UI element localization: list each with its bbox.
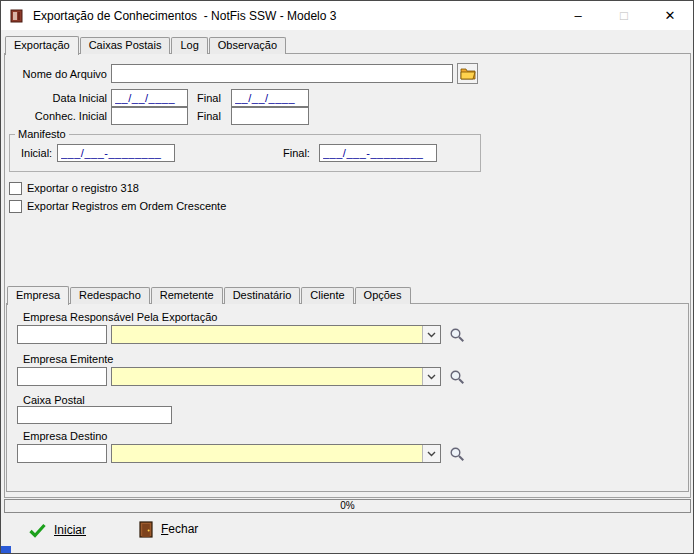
app-icon xyxy=(9,8,25,24)
tab-destinatario[interactable]: Destinatário xyxy=(224,287,301,304)
checkbox-exportar-318-label: Exportar o registro 318 xyxy=(27,182,139,194)
search-icon xyxy=(449,369,465,385)
window-controls: – □ ✕ xyxy=(555,1,693,30)
data-final-label: Final xyxy=(197,92,221,104)
chevron-down-icon[interactable] xyxy=(422,445,440,462)
conhec-inicial-label: Conhec. Inicial xyxy=(17,110,107,122)
sub-tabs: Empresa Redespacho Remetente Destinatári… xyxy=(7,286,412,304)
manifesto-inicial-label: Inicial: xyxy=(21,147,52,159)
search-icon xyxy=(449,446,465,462)
caixa-postal-input[interactable] xyxy=(17,406,172,424)
fechar-button[interactable]: Fechar xyxy=(139,518,198,540)
manifesto-final-input[interactable] xyxy=(319,144,437,162)
iniciar-button-label: Iniciar xyxy=(54,523,86,537)
manifesto-group-label: Manifesto xyxy=(15,128,69,140)
maximize-button: □ xyxy=(601,1,647,30)
conhec-final-label: Final xyxy=(197,110,221,122)
tab-caixas-postais[interactable]: Caixas Postais xyxy=(80,37,171,54)
nome-arquivo-input[interactable] xyxy=(111,64,453,83)
data-final-input[interactable] xyxy=(231,89,309,107)
empresa-responsavel-label: Empresa Responsável Pela Exportação xyxy=(23,311,217,323)
main-tabs: Exportação Caixas Postais Log Observação xyxy=(5,36,287,54)
search-icon xyxy=(449,327,465,343)
empresa-destino-label: Empresa Destino xyxy=(23,430,107,442)
fechar-button-label: Fechar xyxy=(161,522,198,536)
app-window: Exportação de Conhecimentos - NotFis SSW… xyxy=(0,0,694,554)
exit-door-icon xyxy=(139,521,153,538)
browse-file-button[interactable] xyxy=(457,63,478,84)
folder-open-icon xyxy=(460,67,476,80)
data-inicial-label: Data Inicial xyxy=(17,92,107,104)
window-title: Exportação de Conhecimentos - NotFis SSW… xyxy=(33,9,336,23)
empresa-destino-search-button[interactable] xyxy=(448,445,465,462)
empresa-emitente-label: Empresa Emitente xyxy=(23,353,113,365)
checkbox-exportar-318[interactable] xyxy=(9,182,22,195)
tab-empresa[interactable]: Empresa xyxy=(7,286,69,305)
tab-redespacho[interactable]: Redespacho xyxy=(70,287,150,304)
taskbar-fragment xyxy=(1,546,11,554)
tab-opcoes[interactable]: Opções xyxy=(355,287,411,304)
close-button[interactable]: ✕ xyxy=(647,1,693,30)
empresa-responsavel-code-input[interactable] xyxy=(17,325,107,344)
progress-bar: 0% xyxy=(4,499,691,513)
empresa-responsavel-search-button[interactable] xyxy=(448,326,465,343)
empresa-emitente-code-input[interactable] xyxy=(17,367,107,386)
chevron-down-icon[interactable] xyxy=(422,368,440,385)
iniciar-button[interactable]: Iniciar xyxy=(29,519,86,541)
empresa-responsavel-combo[interactable] xyxy=(111,325,441,344)
tab-observacao[interactable]: Observação xyxy=(209,37,286,54)
nome-arquivo-label: Nome do Arquivo xyxy=(17,68,107,80)
empresa-destino-code-input[interactable] xyxy=(17,444,107,463)
manifesto-inicial-input[interactable] xyxy=(57,144,175,162)
tab-log[interactable]: Log xyxy=(171,37,207,54)
manifesto-final-label: Final: xyxy=(283,147,310,159)
tab-remetente[interactable]: Remetente xyxy=(151,287,223,304)
caixa-postal-label: Caixa Postal xyxy=(23,394,85,406)
checkbox-ordem-crescente[interactable] xyxy=(9,200,22,213)
check-icon xyxy=(29,523,46,538)
conhec-final-input[interactable] xyxy=(231,107,309,125)
tab-cliente[interactable]: Cliente xyxy=(301,287,353,304)
empresa-emitente-combo[interactable] xyxy=(111,367,441,386)
titlebar: Exportação de Conhecimentos - NotFis SSW… xyxy=(1,1,693,30)
empresa-destino-combo[interactable] xyxy=(111,444,441,463)
minimize-button[interactable]: – xyxy=(555,1,601,30)
data-inicial-input[interactable] xyxy=(111,89,188,107)
conhec-inicial-input[interactable] xyxy=(111,107,188,125)
tab-exportacao[interactable]: Exportação xyxy=(5,36,79,55)
chevron-down-icon[interactable] xyxy=(422,326,440,343)
empresa-emitente-search-button[interactable] xyxy=(448,368,465,385)
checkbox-ordem-crescente-label: Exportar Registros em Ordem Crescente xyxy=(27,200,226,212)
